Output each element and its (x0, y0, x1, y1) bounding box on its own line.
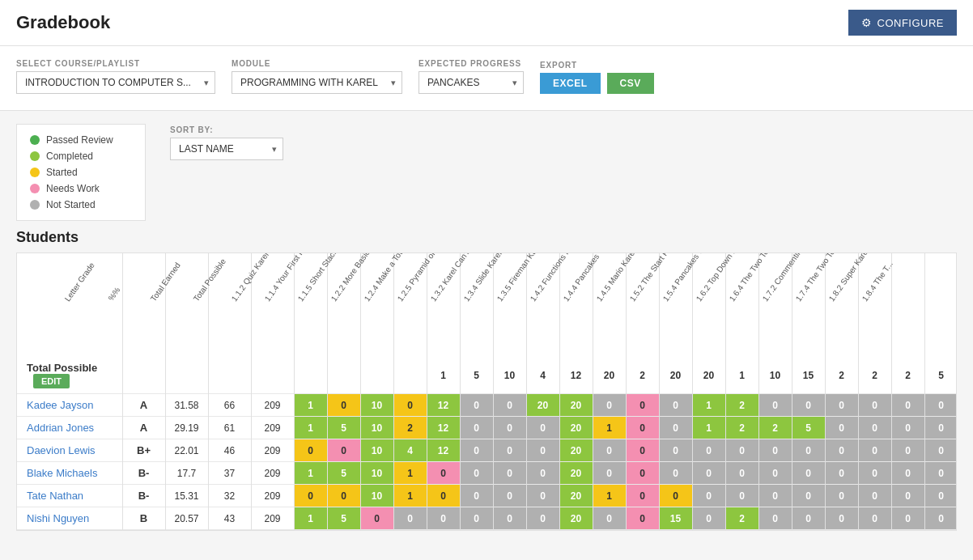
grade-cell-11: 0 (659, 417, 692, 439)
grade-cell-15: 0 (792, 485, 825, 507)
tp-fixed-cell-1 (165, 357, 208, 394)
gradebook-table: Letter Grade%%Total EarnedTotal Possible… (17, 253, 957, 530)
student-name[interactable]: Daevion Lewis (17, 439, 122, 462)
tp-value-cell-13: 1 (725, 357, 758, 394)
course-select[interactable]: INTRODUCTION TO COMPUTER S... (16, 71, 215, 94)
grade-cell-11: 0 (659, 462, 692, 485)
grade-cell-16: 0 (825, 417, 858, 439)
student-grade: B- (122, 485, 165, 507)
grade-cell-6: 0 (493, 507, 526, 530)
legend-item-label: Started (46, 167, 78, 178)
tp-value-cell-8: 12 (559, 357, 593, 394)
student-possible: 209 (251, 394, 294, 417)
student-earned: 61 (208, 417, 251, 439)
student-possible: 209 (251, 462, 294, 485)
grade-cell-18: 0 (891, 439, 924, 462)
grade-cell-14: 0 (758, 462, 792, 485)
grade-cell-19: 0 (924, 417, 957, 439)
grade-cell-14: 0 (758, 507, 792, 530)
grade-cell-3: 4 (393, 439, 427, 462)
module-select-wrapper[interactable]: PROGRAMMING WITH KAREL (232, 71, 402, 94)
grade-cell-10: 0 (626, 507, 659, 530)
grade-cell-2: 10 (360, 439, 393, 462)
student-grade: B- (122, 462, 165, 485)
excel-button[interactable]: EXCEL (540, 73, 601, 94)
grade-cell-16: 0 (825, 507, 858, 530)
grade-cell-9: 0 (593, 507, 626, 530)
module-filter-group: MODULE PROGRAMMING WITH KAREL (232, 59, 402, 94)
student-name[interactable]: Nishi Nguyen (17, 507, 122, 530)
col-header-19: 1.8.4 The T... (924, 253, 957, 357)
grade-cell-6: 0 (493, 462, 526, 485)
grade-cell-11: 15 (659, 507, 692, 530)
filters-bar: SELECT COURSE/PLAYLIST INTRODUCTION TO C… (0, 46, 973, 111)
grade-cell-18: 0 (891, 485, 924, 507)
expected-select-wrapper[interactable]: PANCAKES (419, 71, 524, 94)
grade-cell-12: 1 (692, 394, 725, 417)
sort-select[interactable]: LAST NAME (170, 138, 283, 160)
configure-button[interactable]: ⚙ CONFIGURE (848, 10, 957, 36)
grade-cell-17: 0 (858, 439, 891, 462)
expected-select[interactable]: PANCAKES (419, 71, 524, 94)
grade-cell-1: 0 (327, 439, 360, 462)
tp-fixed-cell-3 (251, 357, 294, 394)
module-select[interactable]: PROGRAMMING WITH KAREL (232, 71, 402, 94)
grade-cell-5: 0 (460, 417, 493, 439)
student-row: Blake MichaelsB-17.737209151010000200000… (17, 462, 957, 485)
legend-item: Started (30, 167, 132, 178)
tp-value-cell-16: 2 (825, 357, 858, 394)
grade-cell-13: 2 (725, 394, 758, 417)
grade-cell-7: 0 (526, 439, 559, 462)
student-name[interactable]: Addrian Jones (17, 417, 122, 439)
sort-select-wrapper[interactable]: LAST NAME (170, 138, 283, 160)
grade-cell-10: 0 (626, 417, 659, 439)
legend-item: Passed Review (30, 134, 132, 146)
grade-cell-10: 0 (626, 462, 659, 485)
grade-cell-8: 20 (559, 485, 593, 507)
legend-dot (30, 200, 40, 210)
grade-cell-10: 0 (626, 439, 659, 462)
grade-cell-3: 1 (393, 485, 427, 507)
grade-cell-13: 2 (725, 417, 758, 439)
student-pct: 29.19 (165, 417, 208, 439)
grade-cell-9: 1 (593, 417, 626, 439)
tp-value-cell-18: 2 (891, 357, 924, 394)
grade-cell-19: 0 (924, 439, 957, 462)
course-select-wrapper[interactable]: INTRODUCTION TO COMPUTER S... (16, 71, 215, 94)
total-possible-row: Total Possible EDIT151041220220201101522… (17, 357, 957, 394)
tp-value-cell-4: 1 (427, 357, 460, 394)
grade-cell-14: 0 (758, 485, 792, 507)
student-earned: 66 (208, 394, 251, 417)
student-name[interactable]: Kadee Jayson (17, 394, 122, 417)
grade-cell-13: 0 (725, 485, 758, 507)
grade-cell-12: 0 (692, 439, 725, 462)
grade-cell-14: 0 (758, 394, 792, 417)
student-name[interactable]: Blake Michaels (17, 462, 122, 485)
student-earned: 32 (208, 485, 251, 507)
grade-cell-17: 0 (858, 485, 891, 507)
grade-cell-19: 0 (924, 485, 957, 507)
grade-cell-15: 0 (792, 439, 825, 462)
grade-cell-14: 2 (758, 417, 792, 439)
csv-button[interactable]: CSV (607, 73, 654, 94)
grade-cell-1: 0 (327, 485, 360, 507)
legend-item: Needs Work (30, 183, 132, 194)
grade-cell-8: 20 (559, 507, 593, 530)
sort-label: SORT BY: (170, 125, 283, 134)
grade-cell-0: 1 (294, 462, 327, 485)
student-earned: 37 (208, 462, 251, 485)
grade-cell-1: 5 (327, 417, 360, 439)
student-name[interactable]: Tate Nathan (17, 485, 122, 507)
grade-cell-6: 0 (493, 485, 526, 507)
tp-value-cell-10: 2 (626, 357, 659, 394)
edit-button[interactable]: EDIT (33, 374, 70, 388)
student-grade: B+ (122, 439, 165, 462)
table-body: Total Possible EDIT151041220220201101522… (17, 357, 957, 530)
legend-dot (30, 168, 40, 177)
student-possible: 209 (251, 485, 294, 507)
expected-progress-filter-group: EXPECTED PROGRESS PANCAKES (419, 59, 524, 94)
grade-cell-3: 1 (393, 462, 427, 485)
column-headers-row: Letter Grade%%Total EarnedTotal Possible… (17, 253, 957, 357)
grade-cell-9: 0 (593, 439, 626, 462)
student-pct: 31.58 (165, 394, 208, 417)
